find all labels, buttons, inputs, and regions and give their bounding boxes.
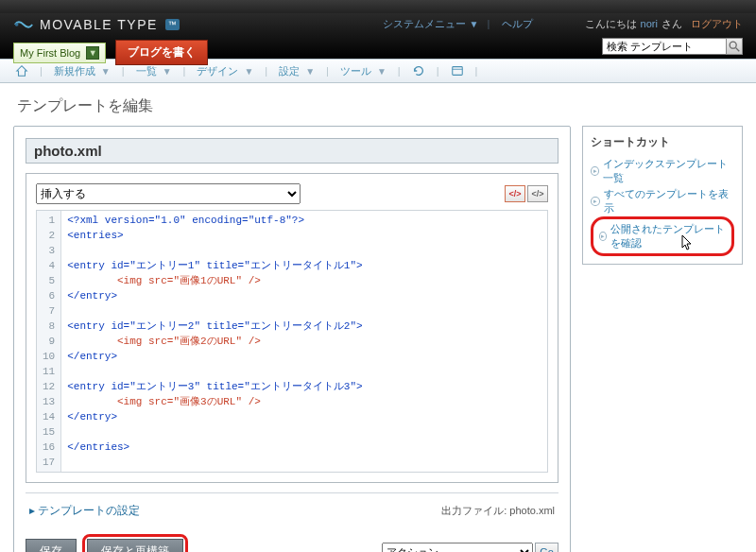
- blog-selector[interactable]: My First Blog ▼: [13, 43, 106, 63]
- write-blog-button[interactable]: ブログを書く: [115, 40, 208, 65]
- search-button[interactable]: [726, 38, 743, 55]
- save-rebuild-button[interactable]: 保存と再構築: [87, 539, 183, 552]
- rebuild-icon[interactable]: [406, 64, 431, 78]
- logo-text: MOVABLE TYPE: [40, 17, 158, 32]
- view-site-icon[interactable]: [445, 64, 470, 78]
- home-icon[interactable]: [9, 64, 34, 78]
- template-name-field[interactable]: photo.xml: [26, 138, 558, 164]
- shortcut-all-templates[interactable]: ▸すべてのテンプレートを表示: [591, 186, 734, 216]
- cursor-icon: [679, 234, 694, 256]
- page-title: テンプレートを編集: [0, 83, 756, 126]
- menu-settings[interactable]: 設定▼: [273, 64, 320, 78]
- action-select[interactable]: アクション...: [382, 543, 533, 553]
- user-link[interactable]: nori: [641, 18, 658, 29]
- insert-select[interactable]: 挿入する: [36, 183, 301, 204]
- line-gutter: 1 2 3 4 5 6 7 8 9 10 11 12 13 14 15 16 1…: [37, 211, 61, 472]
- output-file: 出力ファイル: photo.xml: [441, 504, 555, 518]
- highlight-save-rebuild: 保存と再構築: [82, 534, 188, 552]
- search-box: [602, 38, 743, 55]
- code-editor[interactable]: 1 2 3 4 5 6 7 8 9 10 11 12 13 14 15 16 1…: [36, 210, 548, 473]
- svg-rect-3: [452, 67, 462, 76]
- svg-point-0: [15, 23, 19, 26]
- menu-new[interactable]: 新規作成▼: [48, 64, 116, 78]
- logo-badge: ™: [165, 19, 180, 30]
- system-menu-link[interactable]: システムメニュー: [383, 18, 466, 29]
- highlight-published-link: ▸公開されたテンプレートを確認: [591, 216, 734, 256]
- go-button[interactable]: Go: [535, 543, 558, 553]
- menu-design[interactable]: デザイン▼: [191, 64, 259, 78]
- blog-name: My First Blog: [20, 47, 80, 59]
- chevron-down-icon: ▼: [86, 46, 99, 60]
- help-link[interactable]: ヘルプ: [502, 18, 533, 29]
- bullet-icon: ▸: [591, 197, 600, 206]
- shortcut-index-templates[interactable]: ▸インデックステンプレート一覧: [591, 156, 734, 186]
- hello-prefix: こんにちは: [585, 18, 637, 29]
- top-links: システムメニュー▼ | ヘルプ こんにちはnoriさん ログアウト: [379, 17, 743, 31]
- code-body[interactable]: <?xml version="1.0" encoding="utf-8"?> <…: [61, 211, 547, 472]
- logout-link[interactable]: ログアウト: [691, 18, 743, 29]
- editor-area: 挿入する </> </> 1 2 3 4 5 6 7 8 9 10 11 12 …: [26, 173, 558, 483]
- code-view-toggle-plain[interactable]: </>: [527, 185, 548, 202]
- sidebar: ショートカット ▸インデックステンプレート一覧 ▸すべてのテンプレートを表示 ▸…: [582, 126, 743, 552]
- menu-tools[interactable]: ツール▼: [335, 64, 392, 78]
- template-settings-link[interactable]: テンプレートの設定: [29, 503, 140, 519]
- shortcut-published-template[interactable]: ▸公開されたテンプレートを確認: [599, 222, 726, 250]
- svg-line-2: [736, 48, 740, 52]
- bullet-icon: ▸: [599, 232, 607, 241]
- main-panel: photo.xml 挿入する </> </> 1 2 3 4 5 6 7 8 9…: [13, 126, 571, 552]
- code-view-toggle-html[interactable]: </>: [505, 185, 525, 202]
- bullet-icon: ▸: [591, 166, 599, 176]
- search-input[interactable]: [602, 38, 727, 55]
- save-button[interactable]: 保存: [26, 539, 77, 552]
- hello-suffix: さん: [662, 18, 682, 29]
- sidebar-title: ショートカット: [591, 134, 734, 154]
- svg-point-1: [730, 42, 736, 48]
- menu-list[interactable]: 一覧▼: [130, 64, 178, 78]
